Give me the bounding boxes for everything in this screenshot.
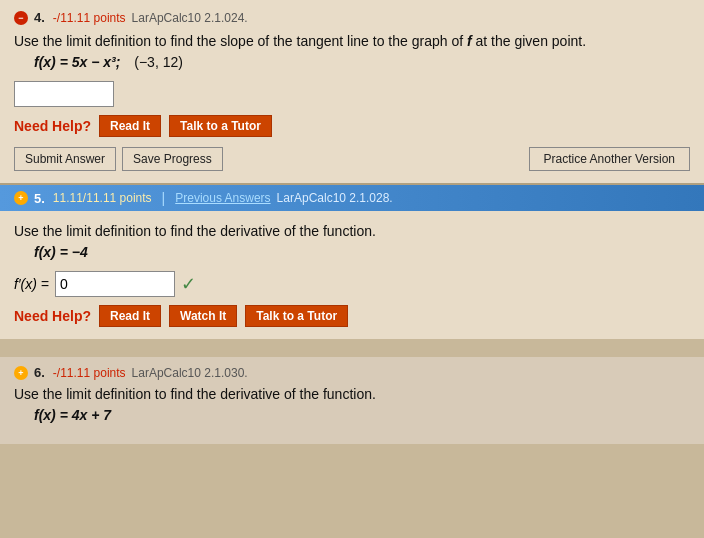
q6-header: + 6. -/11.11 points LarApCalc10 2.1.030. bbox=[14, 365, 690, 380]
q4-need-help-row: Need Help? Read It Talk to a Tutor bbox=[14, 115, 690, 137]
q5-header-bar: + 5. 11.11/11.11 points | Previous Answe… bbox=[0, 185, 704, 211]
q4-point: (−3, 12) bbox=[134, 54, 183, 70]
q4-header: − 4. -/11.11 points LarApCalc10 2.1.024. bbox=[14, 10, 690, 25]
q4-instruction2: at the given point. bbox=[476, 33, 587, 49]
q4-save-button[interactable]: Save Progress bbox=[122, 147, 223, 171]
q6-body: Use the limit definition to find the der… bbox=[14, 384, 690, 426]
q5-read-it-button[interactable]: Read It bbox=[99, 305, 161, 327]
q5-course-ref: LarApCalc10 2.1.028. bbox=[277, 191, 393, 205]
q5-answer-row: f′(x) = ✓ bbox=[14, 271, 690, 297]
q4-status-icon: − bbox=[14, 11, 28, 25]
q6-points: -/11.11 points bbox=[53, 366, 126, 380]
question-4: − 4. -/11.11 points LarApCalc10 2.1.024.… bbox=[0, 0, 704, 185]
q4-submit-button[interactable]: Submit Answer bbox=[14, 147, 116, 171]
q4-f-label: f bbox=[467, 33, 472, 49]
q5-function: f(x) = −4 bbox=[34, 244, 88, 260]
q4-action-row: Submit Answer Save Progress Practice Ano… bbox=[14, 147, 690, 171]
q6-function: f(x) = 4x + 7 bbox=[34, 407, 111, 423]
q4-body: Use the limit definition to find the slo… bbox=[14, 31, 690, 73]
q6-number: 6. bbox=[34, 365, 45, 380]
section-spacer bbox=[0, 339, 704, 357]
q5-instruction: Use the limit definition to find the der… bbox=[14, 223, 376, 239]
q5-need-help-row: Need Help? Read It Watch It Talk to a Tu… bbox=[14, 305, 690, 327]
q5-watch-it-button[interactable]: Watch It bbox=[169, 305, 237, 327]
q5-body: Use the limit definition to find the der… bbox=[14, 221, 690, 263]
q4-function: f(x) = 5x − x³; bbox=[34, 54, 120, 70]
q4-read-it-button[interactable]: Read It bbox=[99, 115, 161, 137]
q4-need-help-label: Need Help? bbox=[14, 118, 91, 134]
q4-number: 4. bbox=[34, 10, 45, 25]
q4-practice-button[interactable]: Practice Another Version bbox=[529, 147, 690, 171]
q5-talk-tutor-button[interactable]: Talk to a Tutor bbox=[245, 305, 348, 327]
q4-instruction: Use the limit definition to find the slo… bbox=[14, 33, 463, 49]
q5-answer-input[interactable] bbox=[55, 271, 175, 297]
q5-pipe: | bbox=[162, 190, 166, 206]
q4-answer-input[interactable] bbox=[14, 81, 114, 107]
q5-number: 5. bbox=[34, 191, 45, 206]
q5-prev-answers[interactable]: Previous Answers bbox=[175, 191, 270, 205]
q6-status-icon: + bbox=[14, 366, 28, 380]
question-5: Use the limit definition to find the der… bbox=[0, 211, 704, 339]
question-6: + 6. -/11.11 points LarApCalc10 2.1.030.… bbox=[0, 357, 704, 444]
q5-checkmark: ✓ bbox=[181, 273, 196, 295]
q4-course-ref: LarApCalc10 2.1.024. bbox=[132, 11, 248, 25]
q4-talk-tutor-button[interactable]: Talk to a Tutor bbox=[169, 115, 272, 137]
q4-answer-row bbox=[14, 81, 690, 107]
q5-need-help-label: Need Help? bbox=[14, 308, 91, 324]
q6-course-ref: LarApCalc10 2.1.030. bbox=[132, 366, 248, 380]
q5-derivative-label: f′(x) = bbox=[14, 276, 49, 292]
q5-points: 11.11/11.11 points bbox=[53, 191, 152, 205]
q4-points: -/11.11 points bbox=[53, 11, 126, 25]
q5-status-icon: + bbox=[14, 191, 28, 205]
q6-instruction: Use the limit definition to find the der… bbox=[14, 386, 376, 402]
